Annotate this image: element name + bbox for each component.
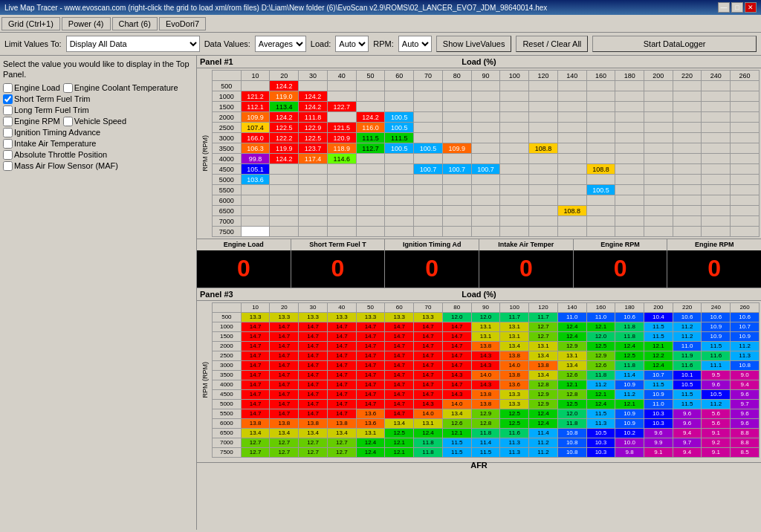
checkbox-item[interactable]: Absolute Throttle Position <box>3 150 193 160</box>
tab-chart[interactable]: Chart (6) <box>112 17 158 30</box>
panel1-rpm-label: RPM (RPM) <box>201 135 209 172</box>
menu-bar: Grid (Ctrl+1) Power (4) Chart (6) EvoDor… <box>0 15 761 33</box>
gauge-label-2: Ignition Timing Ad <box>403 239 462 250</box>
maximize-button[interactable]: □ <box>731 2 743 13</box>
gauge-value-0: 0 <box>197 250 291 288</box>
checkbox-item[interactable]: Intake Air Temperature <box>3 139 193 149</box>
reset-clear-button[interactable]: Reset / Clear All <box>516 36 588 52</box>
panel3-afr-label: AFR <box>470 461 488 470</box>
gauge-item-0: Engine Load 0 <box>197 239 291 288</box>
gauge-item-3: Intake Air Temper 0 <box>479 239 574 288</box>
gauge-value-1: 0 <box>291 250 385 288</box>
checkbox-item[interactable]: Mass Air Flow Sensor (MAF) <box>3 161 193 171</box>
gauge-value-3: 0 <box>479 250 573 288</box>
gauge-label-4: Engine RPM <box>600 239 640 250</box>
checkbox-item[interactable]: Ignition Timing Advance <box>3 128 193 137</box>
rpm-label: RPM: <box>373 39 394 48</box>
data-values-select[interactable]: Averages <box>255 36 306 52</box>
tab-power[interactable]: Power (4) <box>62 17 111 30</box>
checkbox-item[interactable]: Long Term Fuel Trim <box>3 106 193 115</box>
panel1-header: Panel #1 Load (%) <box>197 56 761 68</box>
limit-label: Limit Values To: <box>4 39 62 48</box>
title-bar: Live Map Tracer - www.evoscan.com (right… <box>0 0 761 15</box>
gauge-item-5: Engine RPM 0 <box>667 239 761 288</box>
gauge-value-2: 0 <box>385 250 479 288</box>
panel1-title: Panel #1 <box>200 57 233 66</box>
window-controls: — □ ✕ <box>718 2 757 13</box>
right-content: Panel #1 Load (%) RPM (RPM) 102030405060… <box>197 56 761 530</box>
panel3-title: Panel #3 <box>200 290 233 299</box>
minimize-button[interactable]: — <box>718 2 730 13</box>
left-panel: Select the value you would like to displ… <box>0 56 197 530</box>
checkbox-item[interactable]: Engine Coolant Temperature <box>63 83 178 93</box>
main-layout: Select the value you would like to displ… <box>0 56 761 530</box>
title-text: Live Map Tracer - www.evoscan.com (right… <box>4 4 547 12</box>
gauge-label-0: Engine Load <box>224 239 264 250</box>
panel3-grid-container: RPM (RPM) 102030405060708090100120140160… <box>197 301 761 459</box>
tab-evodori[interactable]: EvoDori7 <box>159 17 206 30</box>
panel3-rpm-label: RPM (RPM) <box>201 362 209 398</box>
gauge-value-4: 0 <box>574 250 667 288</box>
checkboxes-container: Engine Load Engine Coolant Temperature S… <box>3 83 193 171</box>
rpm-select[interactable]: Auto <box>398 36 432 52</box>
panel3-grid: 1020304050607080901001201401601802002202… <box>212 302 760 458</box>
panel1-load-label: Load (%) <box>462 57 496 66</box>
limit-select[interactable]: Display All Data <box>66 36 200 52</box>
gauge-value-5: 0 <box>667 250 761 288</box>
panel3-footer: AFR <box>197 459 761 463</box>
gauge-item-4: Engine RPM 0 <box>574 239 668 288</box>
data-values-label: Data Values: <box>204 39 250 48</box>
start-logger-button[interactable]: Start DataLogger <box>592 36 757 52</box>
tab-grid[interactable]: Grid (Ctrl+1) <box>1 17 60 30</box>
panel1-grid: 1020304050607080901001201401601802002202… <box>212 70 760 237</box>
gauge-label-3: Intake Air Temper <box>498 239 554 250</box>
left-panel-description: Select the value you would like to displ… <box>3 59 193 80</box>
panel1-grid-container: RPM (RPM) 102030405060708090100120140160… <box>197 68 761 239</box>
gauge-label-5: Engine RPM <box>695 239 734 250</box>
panel3-header: Panel #3 Load (%) <box>197 288 761 301</box>
checkbox-item[interactable]: Engine RPM <box>3 117 60 126</box>
load-label: Load: <box>311 39 331 48</box>
gauge-label-1: Short Term Fuel T <box>309 239 366 250</box>
load-select[interactable]: Auto <box>335 36 369 52</box>
checkbox-item[interactable]: Short Term Fuel Trim <box>3 94 193 104</box>
checkbox-item[interactable]: Engine Load <box>3 83 60 93</box>
close-button[interactable]: ✕ <box>745 2 757 13</box>
show-live-button[interactable]: Show LiveValues <box>436 36 512 52</box>
panel3-load-label: Load (%) <box>462 290 496 299</box>
gauge-item-2: Ignition Timing Ad 0 <box>385 239 479 288</box>
toolbar: Limit Values To: Display All Data Data V… <box>0 33 761 56</box>
gauge-area: Engine Load 0 Short Term Fuel T 0 Igniti… <box>197 239 761 288</box>
checkbox-item[interactable]: Vehicle Speed <box>63 117 126 126</box>
gauge-item-1: Short Term Fuel T 0 <box>291 239 386 288</box>
